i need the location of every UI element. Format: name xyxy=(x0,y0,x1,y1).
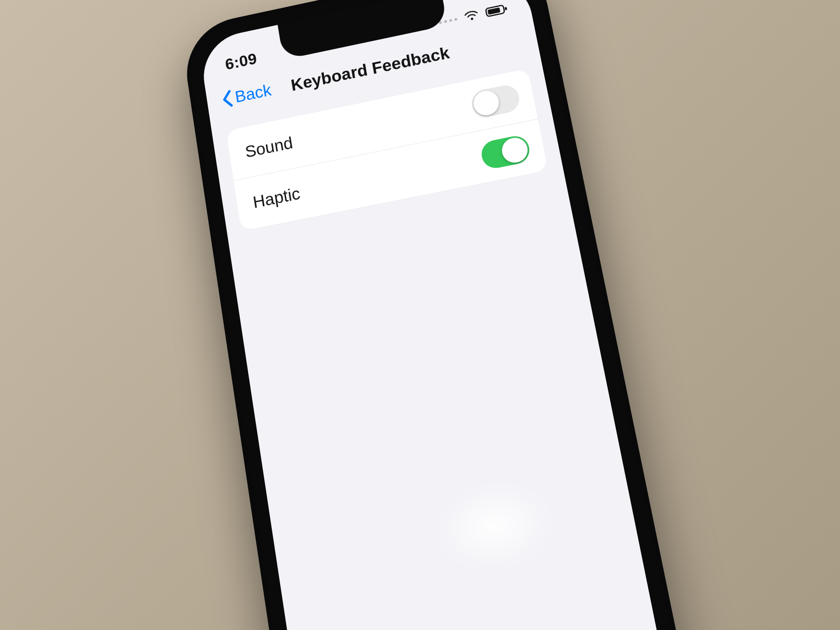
toggle-sound[interactable] xyxy=(470,83,522,119)
wifi-icon xyxy=(462,8,480,23)
phone-screen: 6:09 xyxy=(198,0,673,630)
row-label-haptic: Haptic xyxy=(252,184,302,212)
empty-content-area xyxy=(227,167,667,630)
toggle-haptic[interactable] xyxy=(479,134,532,171)
phone-case: 6:09 xyxy=(180,0,696,630)
toggle-knob xyxy=(472,89,501,118)
battery-icon xyxy=(485,3,509,18)
back-label: Back xyxy=(234,81,273,107)
svg-rect-2 xyxy=(504,7,507,10)
back-button[interactable]: Back xyxy=(216,77,277,113)
row-label-sound: Sound xyxy=(244,134,294,162)
status-time: 6:09 xyxy=(224,50,258,74)
toggle-knob xyxy=(500,136,530,165)
chevron-left-icon xyxy=(220,89,234,109)
